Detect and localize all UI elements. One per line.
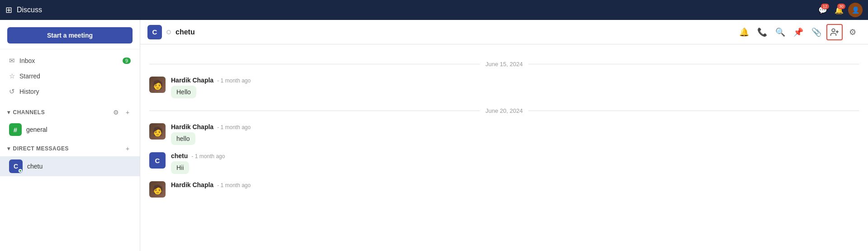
sender-name: Hardik Chapla — [171, 77, 213, 84]
chat-header: C chetu 🔔 📞 🔍 📌 📎 ⚙ — [140, 20, 868, 44]
hardik-avatar: 🧑 — [149, 77, 166, 93]
channels-toggle[interactable]: ▾ — [7, 109, 10, 116]
message-time: - 1 month ago — [191, 153, 225, 159]
chat-header-actions: 🔔 📞 🔍 📌 📎 ⚙ — [736, 24, 861, 40]
date-divider-june15: June 15, 2024 — [149, 61, 859, 68]
starred-label: Starred — [19, 72, 131, 80]
chetu-avatar-msg: C — [149, 152, 166, 169]
message-time: - 1 month ago — [217, 182, 251, 188]
channels-title: CHANNELS — [13, 109, 109, 116]
settings-button[interactable]: ⚙ — [844, 24, 861, 40]
dm-actions: + — [123, 144, 133, 154]
add-user-button[interactable] — [826, 24, 843, 40]
message-group: 🧑 Hardik Chapla - 1 month ago hello — [149, 123, 859, 145]
chat-status-circle — [166, 30, 171, 34]
chat-badge: 12 — [821, 4, 829, 9]
search-button[interactable]: 🔍 — [772, 24, 788, 40]
general-channel-name: general — [26, 126, 47, 133]
sidebar-item-inbox[interactable]: ✉ Inbox 9 — [0, 53, 140, 68]
channels-actions: ⚙ + — [111, 107, 133, 117]
message-content: Hardik Chapla - 1 month ago Hello — [171, 77, 859, 98]
activity-badge: 30 — [837, 4, 845, 9]
app-title: Discuss — [17, 6, 42, 14]
svg-point-0 — [832, 29, 835, 32]
notifications-button[interactable]: 🔔 — [736, 24, 752, 40]
main-area: Start a meeting ✉ Inbox 9 ☆ Starred ↺ Hi… — [0, 20, 868, 251]
sidebar-item-starred[interactable]: ☆ Starred — [0, 68, 140, 84]
channel-item-general[interactable]: # general — [0, 120, 140, 139]
message-time: - 1 month ago — [217, 124, 251, 130]
sender-name: Hardik Chapla — [171, 181, 213, 188]
online-dot — [19, 169, 22, 173]
channels-section: ▾ CHANNELS ⚙ + # general — [0, 103, 140, 139]
channels-add-button[interactable]: + — [123, 107, 133, 117]
message-header: Hardik Chapla - 1 month ago — [171, 123, 859, 130]
inbox-label: Inbox — [19, 57, 118, 64]
channels-header: ▾ CHANNELS ⚙ + — [0, 103, 140, 120]
grid-icon[interactable]: ⊞ — [5, 5, 12, 15]
message-header: chetu - 1 month ago — [171, 152, 859, 159]
sender-name: chetu — [171, 152, 188, 159]
chetu-avatar: C — [9, 159, 23, 173]
pin-button[interactable]: 📌 — [790, 24, 806, 40]
date-divider-june20: June 20, 2024 — [149, 107, 859, 114]
history-icon: ↺ — [9, 87, 15, 96]
general-channel-icon: # — [9, 123, 22, 136]
dm-header: ▾ DIRECT MESSAGES + — [0, 139, 140, 156]
hardik-avatar-3: 🧑 — [149, 181, 166, 198]
sidebar-top: Start a meeting — [0, 20, 140, 49]
message-header: Hardik Chapla - 1 month ago — [171, 77, 859, 84]
dm-add-button[interactable]: + — [123, 144, 133, 154]
dm-toggle[interactable]: ▾ — [7, 145, 10, 152]
message-time: - 1 month ago — [217, 77, 251, 84]
activity-button[interactable]: 🔔 30 — [832, 3, 846, 17]
user-avatar-button[interactable]: 👤 — [848, 3, 863, 17]
message-bubble: hello — [171, 132, 195, 145]
message-group: 🧑 Hardik Chapla - 1 month ago — [149, 181, 859, 198]
message-bubble: Hello — [171, 86, 196, 98]
message-header: Hardik Chapla - 1 month ago — [171, 181, 859, 188]
chat-contact-avatar: C — [147, 25, 162, 39]
channels-settings-button[interactable]: ⚙ — [111, 107, 121, 117]
message-bubble: Hii — [171, 161, 189, 174]
phone-button[interactable]: 📞 — [754, 24, 770, 40]
message-content: Hardik Chapla - 1 month ago hello — [171, 123, 859, 145]
dm-section: ▾ DIRECT MESSAGES + C chetu — [0, 139, 140, 176]
chetu-dm-name: chetu — [27, 163, 43, 170]
message-group: 🧑 Hardik Chapla - 1 month ago Hello — [149, 77, 859, 98]
chat-notifications-button[interactable]: 💬 12 — [816, 3, 830, 17]
starred-icon: ☆ — [9, 72, 15, 80]
hardik-avatar-2: 🧑 — [149, 123, 166, 140]
message-content: Hardik Chapla - 1 month ago — [171, 181, 859, 190]
sidebar: Start a meeting ✉ Inbox 9 ☆ Starred ↺ Hi… — [0, 20, 140, 251]
start-meeting-button[interactable]: Start a meeting — [7, 27, 133, 43]
sender-name: Hardik Chapla — [171, 123, 213, 130]
topbar-icons: 💬 12 🔔 30 👤 — [816, 3, 863, 17]
topbar: ⊞ Discuss 💬 12 🔔 30 👤 — [0, 0, 868, 20]
dm-title: DIRECT MESSAGES — [13, 145, 120, 152]
history-label: History — [19, 88, 131, 95]
message-group: C chetu - 1 month ago Hii — [149, 152, 859, 174]
inbox-icon: ✉ — [9, 57, 15, 65]
inbox-badge: 9 — [123, 58, 131, 64]
attachment-button[interactable]: 📎 — [808, 24, 825, 40]
chat-messages[interactable]: June 15, 2024 🧑 Hardik Chapla - 1 month … — [140, 44, 868, 251]
sidebar-item-history[interactable]: ↺ History — [0, 84, 140, 99]
dm-item-chetu[interactable]: C chetu — [0, 156, 140, 176]
message-content: chetu - 1 month ago Hii — [171, 152, 859, 174]
chat-contact-name: chetu — [175, 28, 195, 36]
sidebar-nav: ✉ Inbox 9 ☆ Starred ↺ History — [0, 49, 140, 103]
chat-area: C chetu 🔔 📞 🔍 📌 📎 ⚙ — [140, 20, 868, 251]
